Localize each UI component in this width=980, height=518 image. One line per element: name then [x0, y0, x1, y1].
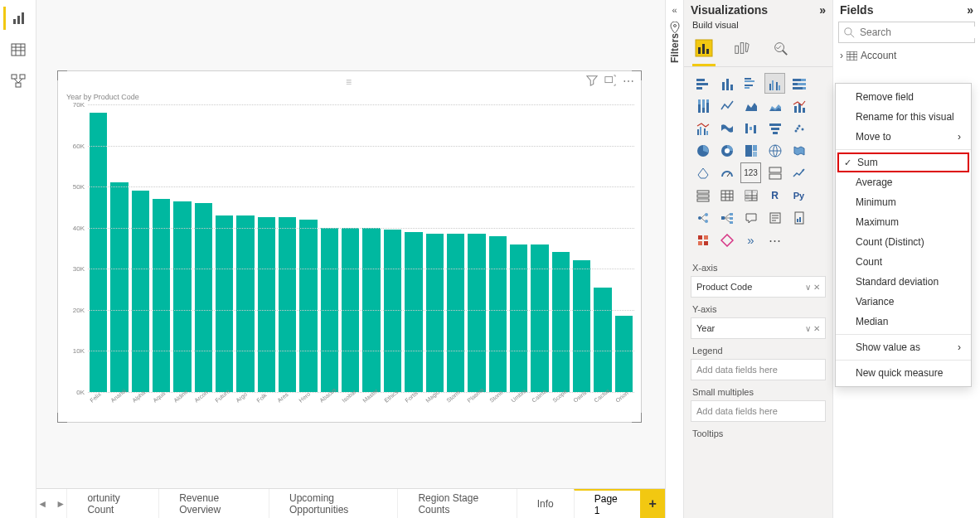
viz-clustered-bar-icon[interactable]	[740, 73, 761, 94]
menu-average[interactable]: Average	[836, 172, 971, 192]
viz-waterfall-icon[interactable]	[740, 118, 761, 138]
collapse-fields-icon[interactable]: »	[967, 3, 973, 17]
viz-multirow-card-icon[interactable]	[764, 162, 785, 183]
viz-python-icon[interactable]: Py	[788, 185, 809, 206]
data-view-tab[interactable]	[3, 38, 33, 61]
viz-qna-icon[interactable]	[740, 207, 761, 228]
chart-bar[interactable]	[531, 244, 548, 392]
chart-bar[interactable]	[552, 252, 570, 392]
build-tab-format[interactable]	[732, 36, 752, 60]
chart-bar[interactable]	[573, 260, 590, 392]
viz-funnel-icon[interactable]	[764, 118, 785, 138]
resize-handle-tl[interactable]	[57, 70, 67, 80]
viz-filled-map-icon[interactable]	[788, 140, 809, 161]
model-view-tab[interactable]	[3, 70, 33, 93]
viz-powerapps-icon[interactable]	[692, 230, 713, 250]
viz-get-more-icon[interactable]: »	[740, 230, 761, 250]
xaxis-controls[interactable]: ∨ ✕	[805, 283, 820, 292]
build-tab-analytics[interactable]	[770, 36, 790, 60]
chart-bar[interactable]	[405, 232, 422, 392]
viz-decomp-tree-icon[interactable]	[716, 207, 737, 228]
viz-stacked-bar-icon[interactable]	[692, 73, 713, 94]
chart-bar[interactable]	[258, 217, 275, 392]
build-tab-fields[interactable]	[694, 36, 714, 60]
viz-key-influencers-icon[interactable]	[692, 207, 713, 228]
viz-power-automate-icon[interactable]	[716, 230, 737, 250]
page-tab-opportunity-count[interactable]: ortunity Count	[66, 489, 158, 518]
viz-more-icon[interactable]: ⋯	[764, 230, 785, 250]
focus-mode-icon[interactable]	[604, 75, 616, 88]
viz-donut-icon[interactable]	[716, 140, 737, 161]
chart-bar[interactable]	[468, 234, 485, 392]
menu-median[interactable]: Median	[836, 312, 971, 332]
filter-icon[interactable]	[586, 75, 598, 88]
viz-smart-narrative-icon[interactable]	[764, 207, 785, 228]
viz-stacked-area-icon[interactable]	[764, 95, 785, 116]
page-tab-revenue-overview[interactable]: Revenue Overview	[158, 489, 269, 518]
more-options-icon[interactable]: ⋯	[623, 75, 634, 88]
resize-handle-br[interactable]	[632, 413, 642, 423]
viz-map-icon[interactable]	[764, 140, 785, 161]
page-tab-region-stage-counts[interactable]: Region Stage Counts	[397, 489, 516, 518]
menu-stddev[interactable]: Standard deviation	[836, 272, 971, 292]
chart-bar[interactable]	[195, 203, 212, 392]
report-view-tab[interactable]	[3, 7, 33, 30]
menu-minimum[interactable]: Minimum	[836, 192, 971, 212]
page-tab-page-1[interactable]: Page 1	[574, 489, 640, 518]
menu-sum[interactable]: Sum	[837, 152, 969, 172]
resize-handle-bl[interactable]	[57, 413, 67, 423]
collapse-viz-icon[interactable]: »	[819, 3, 826, 17]
viz-table-icon[interactable]	[716, 185, 737, 206]
chart-bar[interactable]	[489, 236, 507, 392]
chart-bar[interactable]	[447, 234, 464, 392]
viz-ribbon-icon[interactable]	[716, 118, 737, 138]
viz-100-stacked-bar-icon[interactable]	[788, 73, 809, 94]
viz-gauge-icon[interactable]	[716, 162, 737, 183]
fields-search[interactable]	[838, 22, 975, 43]
menu-count[interactable]: Count	[836, 252, 971, 272]
chart-bar[interactable]	[510, 244, 527, 392]
menu-variance[interactable]: Variance	[836, 292, 971, 312]
viz-treemap-icon[interactable]	[740, 140, 761, 161]
viz-area-icon[interactable]	[740, 95, 761, 116]
chart-bar[interactable]	[173, 201, 191, 393]
page-tab-info[interactable]: Info	[517, 489, 574, 518]
chart-bar[interactable]	[299, 220, 317, 392]
viz-paginated-icon[interactable]	[788, 207, 809, 228]
chart-bar[interactable]	[426, 234, 444, 392]
menu-new-quick-measure[interactable]: New quick measure	[836, 363, 971, 383]
menu-rename[interactable]: Rename for this visual	[836, 107, 971, 127]
menu-maximum[interactable]: Maximum	[836, 212, 971, 232]
chart-bar[interactable]	[236, 215, 254, 392]
yaxis-well[interactable]: Year ∨ ✕	[691, 317, 826, 339]
chart-bar[interactable]	[279, 217, 296, 392]
viz-line-icon[interactable]	[716, 95, 737, 116]
viz-kpi-icon[interactable]	[788, 162, 809, 183]
chart-bar[interactable]	[615, 316, 633, 392]
yaxis-controls[interactable]: ∨ ✕	[805, 324, 820, 333]
viz-azuremap-icon[interactable]	[692, 162, 713, 183]
chart-bar[interactable]	[594, 288, 611, 392]
report-canvas[interactable]: ≡ ⋯ Year by Product Code 0K10K20K30K40K5…	[36, 0, 665, 488]
menu-show-value-as[interactable]: Show value as›	[836, 337, 971, 357]
viz-100-stacked-column-icon[interactable]	[692, 95, 713, 116]
viz-stacked-column-icon[interactable]	[716, 73, 737, 94]
page-tab-upcoming-opportunities[interactable]: Upcoming Opportunities	[269, 489, 397, 518]
xaxis-well[interactable]: Product Code ∨ ✕	[691, 276, 826, 298]
small-multiples-well[interactable]: Add data fields here	[691, 400, 826, 422]
chart-bar[interactable]	[110, 182, 128, 392]
menu-remove-field[interactable]: Remove field	[836, 87, 971, 107]
viz-line-clustered-column-icon[interactable]	[692, 118, 713, 138]
viz-clustered-column-icon[interactable]	[764, 73, 785, 94]
viz-line-stacked-column-icon[interactable]	[788, 95, 809, 116]
add-page-button[interactable]: +	[640, 489, 665, 518]
chart-visual[interactable]: ≡ ⋯ Year by Product Code 0K10K20K30K40K5…	[57, 70, 642, 423]
drag-handle-icon[interactable]: ≡	[346, 76, 353, 88]
menu-move-to[interactable]: Move to›	[836, 127, 971, 147]
chart-bar[interactable]	[132, 191, 149, 392]
viz-scatter-icon[interactable]	[788, 118, 809, 138]
viz-matrix-icon[interactable]	[740, 185, 761, 206]
menu-count-distinct[interactable]: Count (Distinct)	[836, 232, 971, 252]
expand-filters-icon[interactable]: «	[672, 5, 677, 15]
filters-pane-collapsed[interactable]: « Filters	[665, 0, 683, 518]
